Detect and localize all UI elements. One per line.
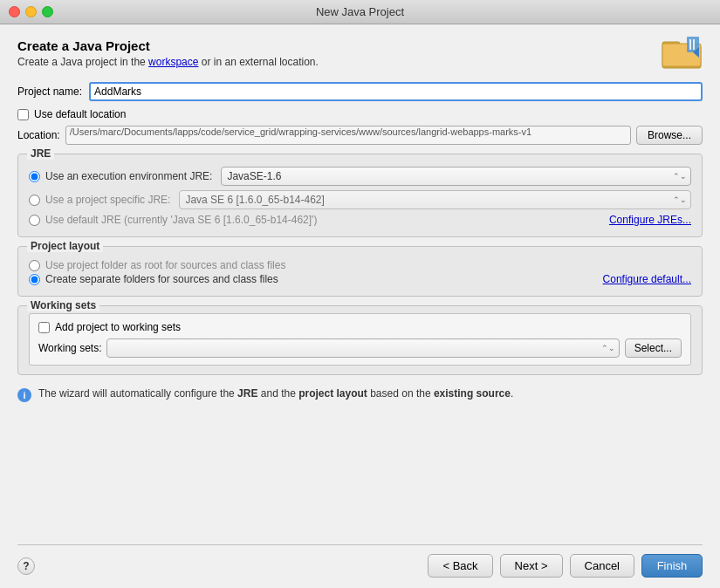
jre-option-2-label: Use a project specific JRE: (45, 194, 170, 206)
minimize-button[interactable] (25, 6, 37, 17)
svg-rect-5 (693, 39, 695, 50)
info-text-bold1: JRE (237, 387, 257, 400)
maximize-button[interactable] (42, 6, 53, 17)
add-to-working-sets-row: Add project to working sets (38, 321, 682, 333)
jre-env-select[interactable]: JavaSE-1.6 (221, 167, 691, 186)
use-default-location-checkbox[interactable] (17, 109, 29, 120)
page-subtitle: Create a Java project in the workspace o… (17, 56, 319, 68)
title-bar: New Java Project (0, 0, 720, 24)
working-sets-select-button[interactable]: Select... (625, 338, 682, 358)
jre-env-select-wrapper: JavaSE-1.6 (221, 167, 691, 186)
configure-jres-link[interactable]: Configure JREs... (609, 214, 691, 226)
layout-radio-separate[interactable] (29, 274, 40, 285)
layout-option-2-label: Create separate folders for sources and … (45, 273, 594, 285)
jre-section: JRE Use an execution environment JRE: Ja… (17, 154, 703, 237)
jre-section-title: JRE (27, 147, 54, 160)
working-sets-label: Working sets: (38, 342, 101, 354)
info-text-bold3: existing source (434, 387, 511, 400)
action-buttons: < Back Next > Cancel Finish (428, 554, 703, 578)
working-sets-content: Add project to working sets Working sets… (29, 313, 691, 366)
subtitle-link[interactable]: workspace (148, 56, 198, 68)
finish-button[interactable]: Finish (641, 554, 703, 578)
jre-specific-select[interactable]: Java SE 6 [1.6.0_65-b14-462] (179, 190, 691, 209)
project-name-input[interactable] (89, 82, 703, 101)
close-button[interactable] (9, 6, 20, 17)
jre-option-3-row: Use default JRE (currently 'Java SE 6 [1… (29, 214, 691, 226)
add-to-working-sets-label: Add project to working sets (55, 321, 181, 333)
jre-radio-default[interactable] (29, 215, 40, 226)
jre-option-2-row: Use a project specific JRE: Java SE 6 [1… (29, 190, 691, 209)
info-message: i The wizard will automatically configur… (17, 384, 703, 406)
main-content: Create a Java Project Create a Java proj… (0, 24, 720, 588)
browse-button[interactable]: Browse... (636, 126, 703, 145)
jre-radio-execution-env[interactable] (29, 171, 40, 182)
project-layout-content: Use project folder as root for sources a… (29, 254, 691, 285)
layout-option-1-label: Use project folder as root for sources a… (45, 259, 682, 271)
info-text-end: . (511, 387, 513, 400)
info-text-middle: and the (257, 387, 298, 400)
jre-option-1-label: Use an execution environment JRE: (45, 170, 212, 182)
working-sets-title: Working sets (27, 299, 99, 311)
header-text: Create a Java Project Create a Java proj… (17, 38, 319, 68)
layout-radio-root[interactable] (29, 260, 40, 271)
bottom-bar: ? < Back Next > Cancel Finish (17, 544, 703, 578)
info-text: The wizard will automatically configure … (38, 387, 513, 400)
project-layout-section: Project layout Use project folder as roo… (17, 246, 703, 297)
subtitle-suffix: or in an external location. (198, 56, 318, 68)
form-section: Project name: Use default location Locat… (17, 82, 703, 544)
jre-specific-select-wrapper: Java SE 6 [1.6.0_65-b14-462] (179, 190, 691, 209)
info-icon: i (17, 388, 31, 402)
header-icon (661, 35, 703, 70)
project-layout-title: Project layout (27, 240, 103, 252)
working-sets-section: Working sets Add project to working sets… (17, 305, 703, 375)
location-input[interactable]: /Users/marc/Documents/lapps/code/service… (65, 126, 631, 145)
jre-option-3-label: Use default JRE (currently 'Java SE 6 [1… (45, 214, 600, 226)
location-row: Location: /Users/marc/Documents/lapps/co… (17, 126, 703, 145)
help-button[interactable]: ? (17, 557, 35, 575)
jre-radio-project-specific[interactable] (29, 195, 40, 206)
folder-icon (661, 35, 703, 70)
location-label: Location: (17, 129, 60, 141)
layout-option-1-row: Use project folder as root for sources a… (29, 259, 691, 271)
info-text-before: The wizard will automatically configure … (38, 387, 237, 400)
working-sets-select-wrapper (106, 338, 619, 358)
page-title: Create a Java Project (17, 38, 319, 53)
window-controls[interactable] (9, 6, 53, 17)
working-sets-select[interactable] (106, 338, 619, 358)
project-name-label: Project name: (17, 85, 82, 98)
use-default-location-label: Use default location (34, 108, 126, 120)
info-text-bold2: project layout (298, 387, 367, 400)
cancel-button[interactable]: Cancel (570, 554, 634, 578)
info-text-after: based on the (367, 387, 434, 400)
working-sets-select-row: Working sets: Select... (38, 338, 682, 358)
project-name-row: Project name: (17, 82, 703, 101)
configure-default-link[interactable]: Configure default... (603, 273, 691, 285)
back-button[interactable]: < Back (428, 554, 492, 578)
next-button[interactable]: Next > (500, 554, 563, 578)
add-to-working-sets-checkbox[interactable] (38, 322, 50, 333)
header: Create a Java Project Create a Java proj… (17, 38, 703, 70)
subtitle-prefix: Create a Java project in the (17, 56, 148, 68)
svg-rect-4 (689, 39, 691, 50)
jre-option-1-row: Use an execution environment JRE: JavaSE… (29, 167, 691, 186)
jre-section-content: Use an execution environment JRE: JavaSE… (29, 161, 691, 226)
use-default-location-row: Use default location (17, 108, 703, 120)
window-title: New Java Project (316, 5, 404, 18)
layout-option-2-row: Create separate folders for sources and … (29, 273, 691, 285)
